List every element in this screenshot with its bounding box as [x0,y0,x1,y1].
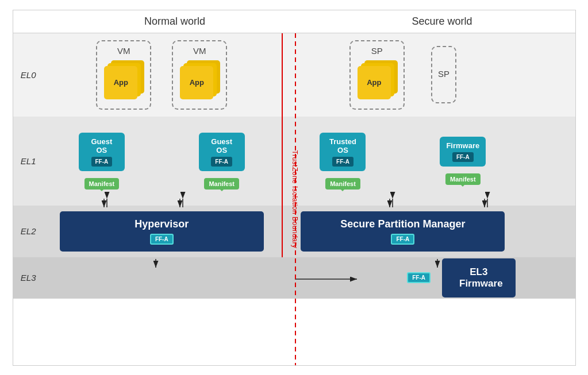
vm1-label: VM [117,46,130,56]
guest-os1-box: Guest OS FF-A [79,133,125,171]
vm2-label: VM [193,46,206,56]
guest-os1-line2: OS [84,146,119,154]
diagram-container: Normal world Secure world EL0 VM [13,10,576,366]
trustzone-label: TrustZone Isolation Boundary [291,150,299,248]
normal-world-label: Normal world [42,16,308,28]
sp2-label: SP [438,69,449,79]
guest-os2-box: Guest OS FF-A [199,133,245,171]
main-diagram: EL0 VM App [13,33,575,365]
hypervisor-label: Hypervisor [71,218,252,230]
vm1-app-stack: App [103,60,144,102]
el3-firmware-label: EL3 Firmware [459,266,503,289]
trusted-os-line2: OS [325,146,360,154]
el2-label: EL2 [13,226,42,236]
el3-firmware-box: EL3 Firmware [442,258,516,297]
el1-label: EL1 [13,156,42,166]
guest-os2-line2: OS [205,146,239,154]
trusted-os-line1: Trusted [325,137,360,146]
secure-manifest2: Manifest [445,173,481,185]
firmware-box: Firmware FF-A [440,137,486,167]
vm1-app-label: App [114,78,128,87]
band-el0: EL0 VM App [13,33,575,117]
app-card-front: App [104,66,137,99]
sp1-box: SP App [349,40,405,110]
hypervisor-ffa: FF-A [150,234,174,245]
el3-ffa-badge: FF-A [407,272,431,283]
guest-os2-ffa: FF-A [211,157,232,167]
el2-content: Hypervisor FF-A Secure Partition Manager… [42,206,575,257]
vm1-box: VM App [96,40,151,110]
sp1-app-label: App [367,78,381,87]
el3-label: EL3 [13,273,42,283]
secure-world-label: Secure world [309,16,575,28]
vm2-box: VM App [172,40,227,110]
sp1-app-stack: App [356,60,398,102]
normal-manifest1: Manifest [84,178,120,190]
normal-manifest2: Manifest [204,178,239,190]
el0-content: VM App VM [42,33,575,117]
firmware-ffa: FF-A [452,152,474,162]
hypervisor-box: Hypervisor FF-A [60,211,264,252]
vm2-app-stack: App [179,60,220,102]
guest-os2-line1: Guest [205,137,239,146]
el1-content: Guest OS FF-A Manifest Guest [42,117,575,206]
sp2-box: SP [431,46,456,103]
vm2-app-label: App [190,78,204,87]
trusted-os-ffa: FF-A [332,157,353,167]
secure-manifest1: Manifest [325,178,360,190]
guest-os1-ffa: FF-A [91,157,113,167]
firmware-label: Firmware [445,141,480,150]
spm-box: Secure Partition Manager FF-A [301,211,505,252]
sp1-app-card-front: App [358,66,391,99]
vm2-app-card-front: App [180,66,213,99]
el3-content: FF-A EL3 Firmware [42,257,575,299]
trusted-os-box: Trusted OS FF-A [320,133,366,171]
sp1-label: SP [371,46,383,56]
spm-label: Secure Partition Manager [312,218,493,230]
spm-ffa: FF-A [391,234,414,245]
el0-label: EL0 [13,70,42,80]
band-el3: EL3 FF-A EL3 Firmware [13,257,575,299]
guest-os1-line1: Guest [84,137,119,146]
